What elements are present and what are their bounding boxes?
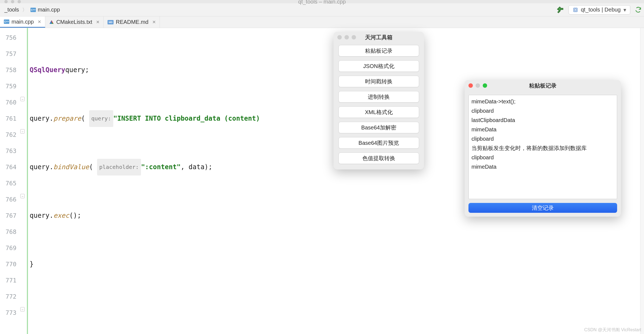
list-item[interactable]: mimeData [471, 125, 614, 134]
tab-label: main.cpp [12, 19, 34, 25]
close-icon[interactable]: ✕ [96, 19, 100, 25]
window-traffic-lights[interactable] [468, 83, 487, 88]
close-icon[interactable] [337, 35, 342, 39]
tool-json-format-button[interactable]: JSON格式化 [338, 60, 419, 72]
list-item[interactable]: 当剪贴板发生变化时，将新的数据添加到数据库 [471, 143, 614, 153]
toolbox-titlebar[interactable]: 天河工具箱 [334, 32, 424, 43]
code-token: } [30, 256, 33, 272]
target-icon [573, 7, 578, 13]
line-number: 773 [0, 305, 16, 321]
watermark: CSDN @天河书阁 VicRestart [584, 327, 641, 333]
cmake-file-icon [49, 20, 54, 25]
window-traffic-lights[interactable] [4, 0, 21, 3]
svg-rect-1 [574, 9, 576, 11]
fold-marker-icon[interactable]: – [20, 97, 25, 101]
code-token: , data); [181, 159, 213, 175]
fold-marker-icon[interactable]: – [20, 307, 25, 312]
line-number-gutter: 756 757 758 759 760 761 762 763 764 765 … [0, 28, 19, 334]
toolbox-body: 粘贴板记录 JSON格式化 时间戳转换 进制转换 XML格式化 Base64加解… [334, 43, 424, 165]
code-token: bindValue [53, 159, 89, 175]
code-token: query [30, 111, 49, 127]
tab-cmake[interactable]: CMakeLists.txt ✕ [45, 16, 104, 28]
line-number: 758 [0, 62, 16, 78]
minimize-icon[interactable] [476, 83, 480, 88]
inlay-hint: query: [89, 110, 113, 127]
line-number: 760 [0, 94, 16, 111]
build-icon[interactable] [557, 6, 564, 14]
tool-clipboard-history-button[interactable]: 粘贴板记录 [338, 45, 419, 56]
toolbox-title: 天河工具箱 [365, 34, 392, 41]
close-icon[interactable] [4, 0, 8, 3]
inlay-hint: placeholder: [97, 159, 141, 176]
tab-main-cpp[interactable]: main.cpp ✕ [0, 16, 45, 28]
cpp-file-icon [4, 19, 9, 24]
editor-right-strip [640, 28, 644, 334]
list-item[interactable]: clipboard [471, 153, 614, 162]
minimize-icon[interactable] [11, 0, 14, 3]
cpp-file-icon [30, 8, 36, 12]
tool-timestamp-button[interactable]: 时间戳转换 [338, 76, 419, 87]
toolbar: _tools 〉 main.cpp qt_tools | Debug ▾ [0, 3, 644, 16]
chevron-down-icon: ▾ [623, 7, 626, 13]
line-number: 763 [0, 143, 16, 159]
window-title-bar: qt_tools – main.cpp [0, 0, 644, 3]
rerun-icon[interactable] [635, 6, 642, 13]
close-icon[interactable] [468, 83, 473, 88]
svg-rect-0 [574, 8, 577, 12]
fold-marker-icon[interactable]: – [20, 194, 25, 198]
list-item[interactable]: clipboard [471, 134, 614, 143]
zoom-icon[interactable] [18, 0, 21, 3]
code-token: query [30, 159, 49, 175]
list-item[interactable]: lastClipboardData [471, 115, 614, 125]
breadcrumb: _tools 〉 main.cpp [2, 6, 62, 13]
line-number: 759 [0, 78, 16, 94]
line-number: 765 [0, 175, 16, 191]
line-number: 771 [0, 272, 16, 288]
close-icon[interactable]: ✕ [38, 19, 41, 24]
chevron-right-icon: 〉 [22, 7, 27, 13]
code-token: query [65, 62, 85, 78]
close-icon[interactable]: ✕ [152, 19, 156, 25]
line-number: 768 [0, 224, 16, 240]
tool-xml-format-button[interactable]: XML格式化 [338, 106, 419, 118]
tool-base64-button[interactable]: Base64加解密 [338, 122, 419, 133]
line-number: 766 [0, 191, 16, 208]
fold-marker-icon[interactable]: – [20, 129, 25, 134]
code-token: prepare [53, 111, 81, 127]
code-token: ":content" [141, 159, 181, 175]
minimize-icon[interactable] [344, 35, 349, 39]
list-item[interactable]: mimeData [471, 162, 614, 171]
tab-label: CMakeLists.txt [56, 19, 92, 25]
code-token: query [30, 208, 49, 224]
list-item[interactable]: clipboard [471, 106, 614, 115]
cliphist-list[interactable]: mimeData->text(); clipboard lastClipboar… [468, 95, 617, 199]
clipboard-history-window[interactable]: 粘贴板记录 mimeData->text(); clipboard lastCl… [465, 80, 621, 217]
line-number: 761 [0, 111, 16, 127]
line-number: 762 [0, 127, 16, 143]
breadcrumb-label: _tools [4, 7, 19, 13]
toolbox-window[interactable]: 天河工具箱 粘贴板记录 JSON格式化 时间戳转换 进制转换 XML格式化 Ba… [334, 32, 424, 169]
window-traffic-lights[interactable] [337, 35, 356, 39]
list-item[interactable]: mimeData->text(); [471, 97, 614, 106]
tool-radix-button[interactable]: 进制转换 [338, 91, 419, 103]
cliphist-titlebar[interactable]: 粘贴板记录 [465, 80, 621, 91]
line-number: 769 [0, 240, 16, 256]
window-title: qt_tools – main.cpp [298, 0, 346, 5]
run-config-selector[interactable]: qt_tools | Debug ▾ [569, 5, 630, 15]
cliphist-body: mimeData->text(); clipboard lastClipboar… [465, 91, 621, 217]
editor-tabs: main.cpp ✕ CMakeLists.txt ✕ README.md ✕ [0, 16, 644, 28]
zoom-icon[interactable] [483, 83, 487, 88]
code-token: exec [53, 208, 69, 224]
breadcrumb-file[interactable]: main.cpp [28, 6, 62, 13]
tool-base64-image-button[interactable]: Base64图片预览 [338, 137, 419, 149]
zoom-icon[interactable] [352, 35, 356, 39]
code-token: QSqlQuery [30, 62, 65, 78]
breadcrumb-project[interactable]: _tools [2, 6, 21, 13]
tool-color-button[interactable]: 色值提取转换 [338, 152, 419, 164]
line-number: 770 [0, 256, 16, 272]
run-config-label: qt_tools | Debug [581, 7, 621, 13]
clear-history-button[interactable]: 清空记录 [468, 203, 617, 213]
tab-readme[interactable]: README.md ✕ [104, 16, 160, 28]
fold-gutter: – – – – [19, 28, 27, 334]
line-number: 756 [0, 30, 16, 46]
